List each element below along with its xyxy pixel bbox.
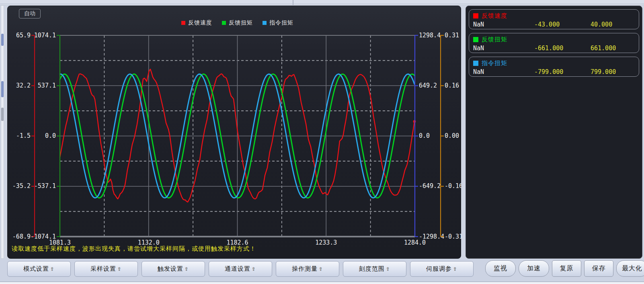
- y-tick-label-aux: 0.16: [445, 82, 459, 89]
- signal-swatch-icon: [473, 61, 478, 66]
- action-button-保存[interactable]: 保存: [584, 260, 613, 277]
- legend-label: 反馈扭矩: [229, 19, 253, 27]
- y-tick-label-torque_fb: 537.1: [38, 82, 56, 89]
- y-tick-label-torque_cmd: 649.2: [419, 82, 437, 89]
- signal-max-value: 40.000: [591, 21, 635, 28]
- signal-max-value: 661.000: [591, 45, 635, 52]
- menu-button-通道设置[interactable]: 通道设置⇧: [209, 261, 272, 277]
- signal-current-value: NaN: [473, 68, 534, 76]
- menu-button-触发设置[interactable]: 触发设置⇧: [142, 261, 205, 277]
- signal-panel: 反馈速度NaN-43.00040.000反馈扭矩NaN-661.000661.0…: [466, 6, 642, 259]
- bottom-toolbar: 模式设置⇧采样设置⇧触发设置⇧通道设置⇧操作测量⇧刻度范围⇧伺服调参⇧ 监视加速…: [0, 259, 644, 282]
- x-tick-label: 1284.0: [404, 239, 426, 246]
- signal-max-value: 799.000: [591, 68, 635, 76]
- app-window: 65.932.2-1.5-35.2-68.91074.1537.10.0-537…: [0, 0, 644, 284]
- signal-swatch-icon: [473, 13, 478, 18]
- action-button-监视[interactable]: 监视: [485, 260, 516, 277]
- signal-values-row: NaN-661.000661.000: [473, 44, 635, 53]
- menu-button-伺服调参[interactable]: 伺服调参⇧: [410, 261, 474, 277]
- signal-name: 反馈扭矩: [482, 36, 507, 43]
- scrollbar-thumb[interactable]: [1, 34, 4, 46]
- y-tick-label-torque_fb: 1074.1: [34, 32, 56, 39]
- action-button-复原[interactable]: 复原: [552, 260, 581, 277]
- signal-name: 指令扭矩: [482, 59, 507, 67]
- menu-button-label: 触发设置: [158, 265, 183, 273]
- chart-legend: 反馈速度反馈扭矩指令扭矩: [60, 19, 415, 27]
- y-tick-label-aux: 0.00: [445, 132, 459, 139]
- legend-swatch-icon: [181, 21, 185, 25]
- sampling-warning: 读取速度低于采样速度，波形出现失真，请尝试增大采样间隔，或使用触发采样方式！: [12, 245, 256, 253]
- top-band-line: [0, 4, 644, 4]
- y-tick-label-torque_fb: -537.1: [34, 182, 56, 190]
- signal-min-value: -661.000: [534, 45, 591, 52]
- expand-up-icon: ⇧: [386, 266, 390, 272]
- y-tick-label-aux: 0.31: [445, 32, 459, 39]
- menu-button-操作测量[interactable]: 操作测量⇧: [276, 261, 339, 277]
- signal-card[interactable]: 反馈扭矩NaN-661.000661.000: [469, 33, 639, 53]
- signal-min-value: -43.000: [534, 21, 591, 28]
- signal-card-header: 反馈扭矩: [473, 35, 635, 44]
- y-tick-label-torque_fb: 0.0: [45, 132, 56, 139]
- legend-swatch-icon: [222, 21, 226, 25]
- chart-panel: 65.932.2-1.5-35.2-68.91074.1537.10.0-537…: [7, 6, 461, 259]
- signal-card-header: 指令扭矩: [473, 59, 635, 67]
- signal-values-row: NaN-799.000799.000: [473, 67, 635, 76]
- left-scrollbar-rail[interactable]: [1, 5, 4, 259]
- window-footer: [0, 282, 644, 284]
- waveform-plot[interactable]: 65.932.2-1.5-35.2-68.91074.1537.10.0-537…: [8, 6, 461, 259]
- signal-current-value: NaN: [473, 21, 534, 28]
- menu-button-label: 伺服调参: [426, 265, 452, 273]
- signal-min-value: -799.000: [534, 68, 591, 76]
- x-tick-label: 1233.3: [315, 239, 337, 246]
- y-tick-label-torque_cmd: -649.2: [419, 182, 441, 190]
- action-button-加速[interactable]: 加速: [519, 260, 549, 277]
- expand-up-icon: ⇧: [117, 266, 122, 272]
- legend-label: 指令扭矩: [269, 19, 293, 27]
- expand-up-icon: ⇧: [185, 266, 189, 272]
- expand-up-icon: ⇧: [252, 266, 256, 272]
- action-button-row: 监视加速复原保存最大化: [485, 260, 644, 277]
- y-tick-label-speed: 32.2: [16, 82, 31, 89]
- top-band-splitter[interactable]: [293, 0, 293, 5]
- auto-button[interactable]: 自动: [19, 9, 41, 18]
- y-tick-label-speed: -68.9: [12, 233, 31, 240]
- legend-item[interactable]: 指令扭矩: [263, 19, 293, 27]
- expand-up-icon: ⇧: [50, 266, 55, 272]
- menu-button-模式设置[interactable]: 模式设置⇧: [7, 261, 71, 277]
- menu-button-采样设置[interactable]: 采样设置⇧: [74, 261, 138, 277]
- menu-button-label: 通道设置: [225, 265, 250, 273]
- signal-card[interactable]: 反馈速度NaN-43.00040.000: [469, 9, 639, 29]
- scrollbar-thumb[interactable]: [1, 108, 4, 121]
- expand-up-icon: ⇧: [319, 266, 323, 272]
- expand-up-icon: ⇧: [453, 266, 457, 272]
- signal-swatch-icon: [473, 37, 478, 42]
- legend-item[interactable]: 反馈扭矩: [222, 19, 253, 27]
- menu-button-label: 模式设置: [23, 265, 49, 273]
- y-tick-label-speed: 65.9: [16, 32, 31, 39]
- action-button-最大化[interactable]: 最大化: [616, 260, 644, 277]
- signal-card-header: 反馈速度: [473, 11, 635, 20]
- left-scrollbar: [0, 5, 7, 259]
- menu-button-label: 采样设置: [90, 265, 116, 273]
- window-top-band: [0, 0, 644, 5]
- y-tick-label-torque_cmd: 0.0: [419, 132, 430, 139]
- legend-label: 反馈速度: [188, 19, 212, 27]
- signal-name: 反馈速度: [482, 12, 507, 20]
- signal-card[interactable]: 指令扭矩NaN-799.000799.000: [469, 57, 639, 77]
- legend-item[interactable]: 反馈速度: [181, 19, 212, 27]
- y-tick-label-torque_cmd: 1298.4: [419, 32, 441, 39]
- scrollbar-thumb[interactable]: [1, 81, 4, 97]
- y-tick-label-speed: -35.2: [12, 182, 31, 190]
- menu-button-label: 刻度范围: [359, 265, 385, 273]
- y-tick-label-aux: -0.16: [445, 182, 461, 190]
- menu-button-label: 操作测量: [292, 265, 318, 273]
- signal-values-row: NaN-43.00040.000: [473, 20, 635, 29]
- menu-button-row: 模式设置⇧采样设置⇧触发设置⇧通道设置⇧操作测量⇧刻度范围⇧伺服调参⇧: [7, 261, 474, 277]
- y-tick-label-aux: -0.31: [445, 233, 461, 240]
- menu-button-刻度范围[interactable]: 刻度范围⇧: [343, 261, 406, 277]
- legend-swatch-icon: [263, 21, 267, 25]
- y-tick-label-speed: -1.5: [16, 132, 31, 139]
- signal-current-value: NaN: [473, 45, 534, 52]
